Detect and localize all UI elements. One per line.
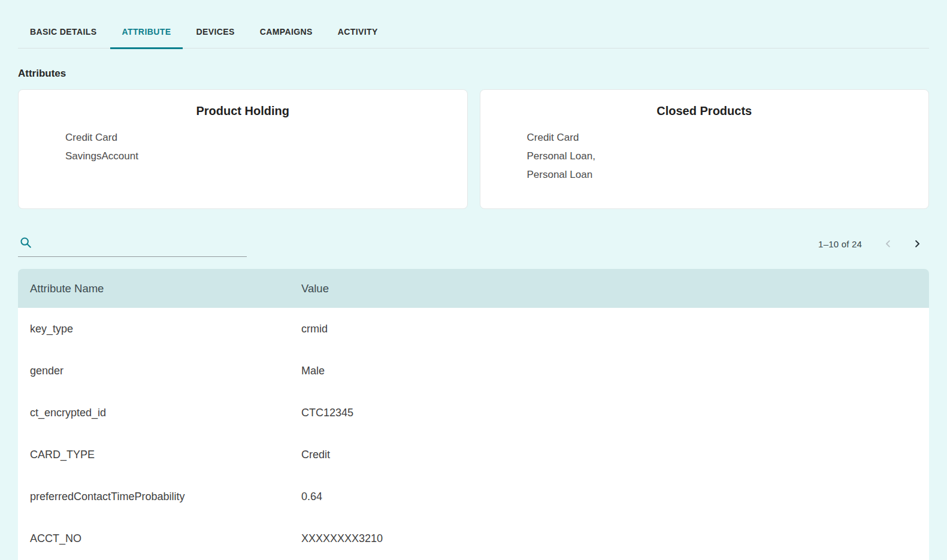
closed-products-list: Credit Card Personal Loan, Personal Loan — [527, 128, 929, 184]
attribute-value-cell: Male — [301, 365, 929, 377]
attribute-name-cell: key_type — [30, 323, 301, 335]
attribute-name-cell: gender — [30, 365, 301, 377]
table-toolbar: 1–10 of 24 — [18, 232, 929, 257]
attribute-value-cell: Credit — [301, 449, 929, 461]
product-holding-card: Product Holding Credit Card SavingsAccou… — [18, 89, 468, 209]
summary-cards: Product Holding Credit Card SavingsAccou… — [18, 89, 929, 209]
product-holding-list: Credit Card SavingsAccount — [65, 128, 467, 165]
attribute-value-cell: crmid — [301, 323, 929, 335]
next-page-button[interactable] — [905, 232, 929, 256]
table-row: CARD_TYPE Credit — [18, 434, 929, 476]
tab-bar: BASIC DETAILS ATTRIBUTE DEVICES CAMPAIGN… — [18, 15, 929, 49]
card-title: Product Holding — [19, 104, 467, 118]
attribute-name-cell: CARD_TYPE — [30, 449, 301, 461]
attribute-value-cell: CTC12345 — [301, 407, 929, 419]
attribute-value-cell: XXXXXXXX3210 — [301, 532, 929, 545]
pagination: 1–10 of 24 — [818, 232, 929, 257]
tab-attribute[interactable]: ATTRIBUTE — [110, 15, 183, 49]
list-item: Personal Loan, — [527, 147, 929, 165]
table-body: key_type crmid gender Male ct_encrypted_… — [18, 308, 929, 560]
table-row: gender Male — [18, 350, 929, 392]
attribute-name-cell: ACCT_NO — [30, 532, 301, 545]
table-row: key_type crmid — [18, 308, 929, 350]
attribute-name-cell: preferredContactTimeProbability — [30, 491, 301, 503]
column-header-attribute-name: Attribute Name — [30, 282, 301, 295]
tab-basic-details[interactable]: BASIC DETAILS — [18, 15, 109, 49]
search-input[interactable] — [38, 236, 247, 249]
list-item: Personal Loan — [527, 165, 929, 184]
tab-campaigns[interactable]: CAMPAIGNS — [248, 15, 325, 49]
chevron-left-icon — [883, 238, 894, 249]
list-item: SavingsAccount — [65, 147, 467, 165]
page-range-label: 1–10 of 24 — [818, 239, 862, 249]
table-row: preferredContactTimeProbability 0.64 — [18, 476, 929, 517]
list-item: Credit Card — [527, 128, 929, 147]
chevron-right-icon — [912, 238, 922, 249]
search-icon — [19, 236, 32, 249]
tab-activity[interactable]: ACTIVITY — [326, 15, 390, 49]
column-header-value: Value — [301, 282, 929, 295]
table-row: ACCT_NO XXXXXXXX3210 — [18, 517, 929, 559]
table-header-row: Attribute Name Value — [18, 269, 929, 308]
closed-products-card: Closed Products Credit Card Personal Loa… — [480, 89, 930, 209]
tab-devices[interactable]: DEVICES — [184, 15, 246, 49]
attributes-table: Attribute Name Value key_type crmid gend… — [18, 269, 929, 560]
attribute-value-cell: 0.64 — [301, 491, 929, 503]
table-row: ct_encrypted_id CTC12345 — [18, 392, 929, 434]
page-title: Attributes — [18, 68, 947, 80]
search-field[interactable] — [18, 236, 247, 257]
card-title: Closed Products — [480, 104, 929, 118]
attribute-name-cell: ct_encrypted_id — [30, 407, 301, 419]
list-item: Credit Card — [65, 128, 467, 147]
previous-page-button[interactable] — [876, 232, 900, 256]
